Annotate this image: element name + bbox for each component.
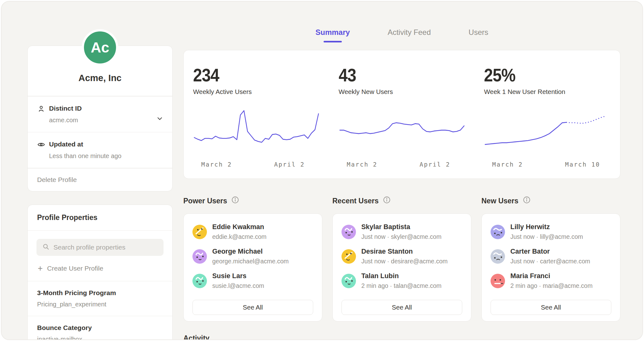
- company-avatar-initials: Ac: [91, 39, 109, 56]
- tab-summary[interactable]: Summary: [315, 28, 350, 50]
- see-all-button[interactable]: See All: [192, 300, 313, 315]
- x-axis-label-left: March 2: [347, 161, 378, 168]
- active-tab-underline: [324, 41, 342, 42]
- activity-section: Activity 234 240 3.4k: [183, 334, 620, 340]
- user-list-item[interactable]: Skylar Baptista Just now · skyler@acme.c…: [341, 223, 462, 240]
- chevron-down-icon[interactable]: [156, 115, 164, 124]
- tab-users[interactable]: Users: [469, 28, 488, 50]
- app-frame: Ac Acme, Inc Distinct ID acme.com: [1, 1, 643, 340]
- user-text: Talan Lubin 2 min ago · talan@acme.com: [361, 272, 441, 289]
- stat-value: 25%: [484, 65, 515, 85]
- distinct-id-value: acme.com: [49, 117, 82, 124]
- user-avatar: [192, 249, 207, 264]
- tab-activity-feed-label: Activity Feed: [388, 28, 431, 37]
- user-name: Desirae Stanton: [361, 248, 447, 256]
- updated-at-value: Less than one minute ago: [49, 152, 121, 160]
- user-text: Carter Bator Just now · carter@acme.com: [510, 248, 590, 265]
- user-sections-grid: Power Users Eddie Kwakman eddie.k@acme.c…: [183, 196, 620, 322]
- user-text: Eddie Kwakman eddie.k@acme.com: [212, 223, 267, 240]
- user-text: Desirae Stanton Just now · desirare@acme…: [361, 248, 447, 265]
- user-section-title: Recent Users: [332, 197, 379, 205]
- user-text: George Michael george.michael@acme.com: [212, 248, 289, 265]
- sparkline-chart: [193, 109, 320, 156]
- see-all-button[interactable]: See All: [341, 300, 462, 315]
- activity-title: Activity: [183, 334, 620, 340]
- property-name: Bounce Category: [37, 324, 163, 332]
- summary-card: 234 Weekly Active Users March 2 April 2 …: [183, 50, 620, 179]
- users-card: Skylar Baptista Just now · skyler@acme.c…: [332, 213, 471, 322]
- user-name: Maria Franci: [510, 272, 592, 280]
- user-list-item[interactable]: Lilly Herwitz Just now · lilly@acme.com: [491, 223, 611, 240]
- tab-activity-feed[interactable]: Activity Feed: [388, 28, 431, 50]
- users-list: Skylar Baptista Just now · skyler@acme.c…: [341, 223, 462, 297]
- property-value: inactive-mailbox: [37, 336, 163, 340]
- x-axis-label-left: March 2: [201, 161, 232, 168]
- profile-property-row[interactable]: 3-Month Pricing Program Pricing_plan_exp…: [28, 281, 172, 316]
- user-list-item[interactable]: George Michael george.michael@acme.com: [192, 248, 313, 265]
- updated-at-label: Updated at: [49, 140, 121, 148]
- user-name: Susie Lars: [212, 272, 264, 280]
- users-card: Lilly Herwitz Just now · lilly@acme.com …: [481, 213, 620, 322]
- create-user-profile-button[interactable]: + Create User Profile: [28, 258, 113, 281]
- user-avatar: [192, 274, 207, 288]
- user-list-item[interactable]: Desirae Stanton Just now · desirare@acme…: [341, 248, 462, 265]
- user-section-title: Power Users: [183, 197, 227, 205]
- user-text: Maria Franci 2 min ago · maria@acme.com: [510, 272, 592, 289]
- search-profile-properties-box: [36, 239, 164, 256]
- updated-at-text: Updated at Less than one minute ago: [49, 140, 121, 160]
- property-name: 3-Month Pricing Program: [37, 289, 163, 297]
- user-list-item[interactable]: Talan Lubin 2 min ago · talan@acme.com: [341, 272, 462, 289]
- summary-stats-grid: 234 Weekly Active Users March 2 April 2 …: [184, 65, 620, 169]
- main-content: Summary Activity Feed Users 234 Weekly A…: [183, 28, 620, 340]
- stat-label: Weekly New Users: [339, 88, 465, 96]
- user-section: New Users Lilly Herwitz Just now · lilly…: [481, 196, 620, 322]
- stat-value: 43: [339, 65, 356, 85]
- user-text: Skylar Baptista Just now · skyler@acme.c…: [361, 223, 441, 240]
- company-avatar-wrap: Ac: [27, 29, 173, 66]
- user-subtitle: george.michael@acme.com: [212, 258, 289, 265]
- user-list-item[interactable]: Carter Bator Just now · carter@acme.com: [491, 248, 611, 265]
- profile-properties-card: Profile Properties + Create User Profile…: [27, 205, 173, 340]
- x-axis-label-right: March 10: [565, 161, 600, 168]
- user-name: Skylar Baptista: [361, 223, 441, 231]
- profile-property-row[interactable]: Bounce Category inactive-mailbox: [28, 316, 172, 340]
- user-subtitle: 2 min ago · talan@acme.com: [361, 282, 441, 289]
- info-icon[interactable]: [383, 196, 391, 206]
- user-subtitle: eddie.k@acme.com: [212, 233, 267, 240]
- see-all-button[interactable]: See All: [491, 300, 611, 315]
- user-list-item[interactable]: Maria Franci 2 min ago · maria@acme.com: [491, 272, 611, 289]
- person-icon: [37, 105, 49, 114]
- user-list-item[interactable]: Eddie Kwakman eddie.k@acme.com: [192, 223, 313, 240]
- divider: [28, 230, 172, 231]
- company-name: Acme, Inc: [28, 73, 172, 96]
- user-subtitle: susie.l@acme.com: [212, 282, 264, 289]
- user-name: Talan Lubin: [361, 272, 441, 280]
- user-section: Power Users Eddie Kwakman eddie.k@acme.c…: [183, 196, 322, 322]
- user-subtitle: Just now · lilly@acme.com: [510, 233, 583, 240]
- user-avatar: [341, 274, 356, 288]
- summary-stat-column: 234 Weekly Active Users March 2 April 2: [184, 65, 329, 169]
- delete-profile-button[interactable]: Delete Profile: [28, 168, 172, 191]
- user-name: Carter Bator: [510, 248, 590, 256]
- user-list-item[interactable]: Susie Lars susie.l@acme.com: [192, 272, 313, 289]
- updated-at-row: Updated at Less than one minute ago: [28, 132, 172, 168]
- profile-sidebar: Ac Acme, Inc Distinct ID acme.com: [27, 29, 173, 340]
- create-user-profile-label: Create User Profile: [47, 265, 103, 272]
- user-name: Eddie Kwakman: [212, 223, 267, 231]
- user-name: Lilly Herwitz: [510, 223, 583, 231]
- info-icon[interactable]: [523, 196, 531, 206]
- eye-icon: [37, 140, 49, 150]
- company-avatar: Ac: [82, 29, 118, 66]
- search-profile-properties-input[interactable]: [53, 244, 158, 251]
- summary-stat-column: 25% Week 1 New User Retention March 2 Ma…: [475, 65, 620, 169]
- x-axis-labels: March 2 April 2: [339, 161, 465, 169]
- user-subtitle: Just now · carter@acme.com: [510, 258, 590, 265]
- sparkline-chart: [339, 109, 465, 156]
- user-name: George Michael: [212, 248, 289, 256]
- tab-bar: Summary Activity Feed Users: [183, 28, 620, 50]
- tab-summary-label: Summary: [315, 28, 350, 37]
- users-card: Eddie Kwakman eddie.k@acme.com George Mi…: [183, 213, 322, 322]
- info-icon[interactable]: [231, 196, 239, 206]
- user-avatar: [341, 225, 356, 239]
- users-list: Lilly Herwitz Just now · lilly@acme.com …: [491, 223, 611, 297]
